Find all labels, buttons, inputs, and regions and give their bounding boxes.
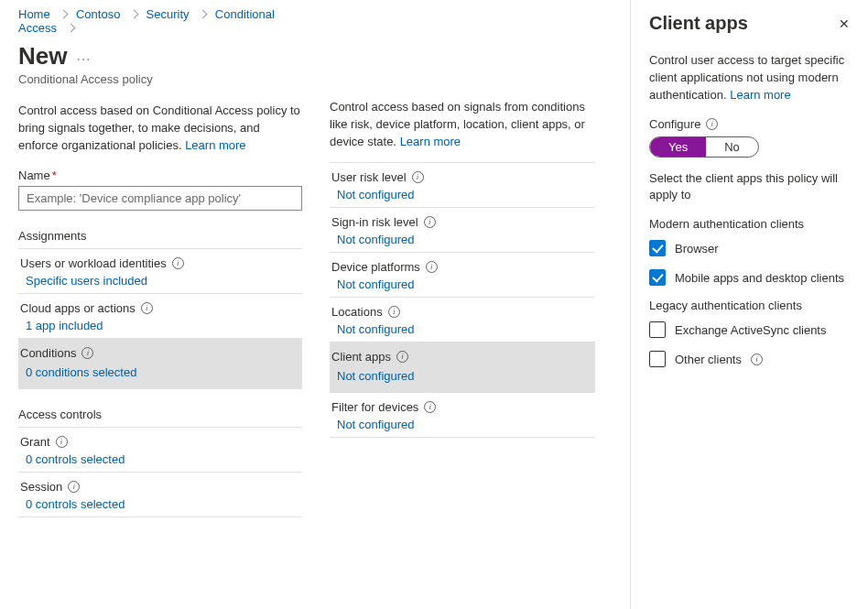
row-client-apps-label: Client apps <box>331 350 391 364</box>
select-apps-text: Select the client apps this policy will … <box>649 170 850 205</box>
page-title: New <box>18 42 67 71</box>
client-apps-panel: ✕ Client apps Control user access to tar… <box>630 0 868 609</box>
row-grant-value: 0 controls selected <box>20 452 300 466</box>
row-filter-value: Not configured <box>331 418 593 431</box>
row-users-value: Specific users included <box>20 274 300 288</box>
checkbox-other-label: Other clients <box>675 353 742 366</box>
info-icon[interactable]: i <box>424 401 436 413</box>
breadcrumb-home[interactable]: Home <box>18 7 50 21</box>
info-icon[interactable]: i <box>751 353 763 365</box>
row-conditions[interactable]: Conditions i 0 conditions selected <box>18 339 302 389</box>
row-signin-risk-value: Not configured <box>331 233 593 246</box>
row-session-label: Session <box>20 480 62 494</box>
checkbox-mobile-desktop[interactable]: Mobile apps and desktop clients <box>649 269 850 286</box>
info-icon[interactable]: i <box>172 257 184 269</box>
chevron-right-icon <box>198 7 206 21</box>
close-icon[interactable]: ✕ <box>837 15 852 33</box>
info-icon[interactable]: i <box>81 347 93 359</box>
checkbox-eas-label: Exchange ActiveSync clients <box>675 323 826 337</box>
learn-more-link[interactable]: Learn more <box>185 138 245 152</box>
learn-more-link[interactable]: Learn more <box>730 88 790 102</box>
toggle-yes[interactable]: Yes <box>650 137 706 157</box>
chevron-right-icon <box>66 21 74 35</box>
legacy-auth-heading: Legacy authentication clients <box>649 299 850 312</box>
info-icon[interactable]: i <box>426 261 438 273</box>
row-user-risk-value: Not configured <box>331 188 593 201</box>
chevron-right-icon <box>59 7 67 21</box>
row-conditions-value: 0 conditions selected <box>20 364 300 383</box>
configure-toggle[interactable]: Yes No <box>649 136 759 158</box>
page-subtitle: Conditional Access policy <box>18 72 302 86</box>
name-input[interactable] <box>18 186 302 211</box>
info-icon[interactable]: i <box>706 118 718 130</box>
checkbox-icon <box>649 321 666 338</box>
info-icon[interactable]: i <box>56 436 68 448</box>
conditions-intro: Control access based on signals from con… <box>330 99 595 163</box>
info-icon[interactable]: i <box>141 302 153 314</box>
toggle-no[interactable]: No <box>706 137 758 157</box>
checkbox-browser[interactable]: Browser <box>649 240 850 256</box>
row-user-risk-label: User risk level <box>331 170 407 184</box>
more-icon[interactable]: ⋯ <box>76 50 92 68</box>
breadcrumb: Home Contoso Security Conditional Access <box>18 7 302 35</box>
configure-label: Configure i <box>649 117 850 131</box>
row-user-risk[interactable]: User risk level i Not configured <box>330 163 595 208</box>
checkbox-other-clients[interactable]: Other clients i <box>649 351 850 367</box>
row-signin-risk[interactable]: Sign-in risk level i Not configured <box>330 208 595 253</box>
row-client-apps[interactable]: Client apps i Not configured <box>330 343 595 393</box>
row-device-platforms[interactable]: Device platforms i Not configured <box>330 253 595 298</box>
checkbox-eas[interactable]: Exchange ActiveSync clients <box>649 321 850 338</box>
info-icon[interactable]: i <box>388 306 400 318</box>
row-client-apps-value: Not configured <box>331 367 593 386</box>
info-icon[interactable]: i <box>396 351 408 363</box>
row-locations[interactable]: Locations i Not configured <box>330 298 595 343</box>
row-session[interactable]: Session i 0 controls selected <box>18 473 302 517</box>
checkbox-browser-label: Browser <box>675 242 719 256</box>
row-platforms-label: Device platforms <box>331 260 420 274</box>
info-icon[interactable]: i <box>412 171 424 183</box>
panel-title: Client apps <box>649 13 850 34</box>
chevron-right-icon <box>129 7 137 21</box>
info-icon[interactable]: i <box>424 216 436 228</box>
checkbox-icon <box>649 269 666 286</box>
name-label: Name* <box>18 169 302 182</box>
row-users-label: Users or workload identities <box>20 256 167 270</box>
row-locations-label: Locations <box>331 305 383 319</box>
checkbox-icon <box>649 351 666 367</box>
row-filter-label: Filter for devices <box>331 400 418 414</box>
row-platforms-value: Not configured <box>331 277 593 291</box>
checkbox-icon <box>649 240 666 256</box>
row-session-value: 0 controls selected <box>20 497 300 511</box>
assignments-heading: Assignments <box>18 229 302 249</box>
row-cloud-apps[interactable]: Cloud apps or actions i 1 app included <box>18 294 302 339</box>
breadcrumb-contoso[interactable]: Contoso <box>76 7 120 21</box>
row-grant-label: Grant <box>20 435 50 449</box>
modern-auth-heading: Modern authentication clients <box>649 217 850 231</box>
row-locations-value: Not configured <box>331 322 593 336</box>
row-filter-devices[interactable]: Filter for devices i Not configured <box>330 393 595 438</box>
intro-text: Control access based on Conditional Acce… <box>18 103 302 155</box>
row-users[interactable]: Users or workload identities i Specific … <box>18 249 302 294</box>
panel-intro: Control user access to target specific c… <box>649 52 850 104</box>
row-cloud-value: 1 app included <box>20 319 300 332</box>
row-cloud-label: Cloud apps or actions <box>20 301 136 315</box>
row-conditions-label: Conditions <box>20 346 76 360</box>
checkbox-mobile-label: Mobile apps and desktop clients <box>675 271 844 285</box>
access-controls-heading: Access controls <box>18 408 302 428</box>
learn-more-link[interactable]: Learn more <box>400 135 461 148</box>
row-signin-risk-label: Sign-in risk level <box>331 215 418 229</box>
row-grant[interactable]: Grant i 0 controls selected <box>18 428 302 473</box>
info-icon[interactable]: i <box>68 481 80 493</box>
breadcrumb-security[interactable]: Security <box>146 7 190 21</box>
